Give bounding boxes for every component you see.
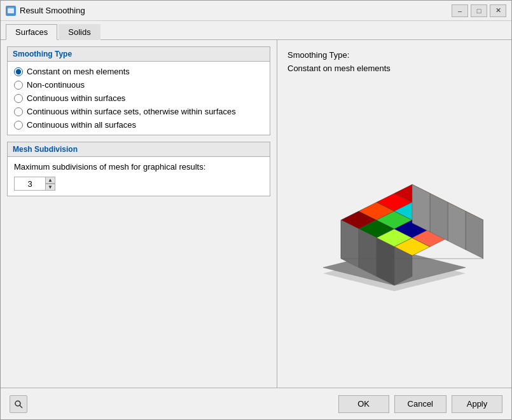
radio-item-constant[interactable]: Constant on mesh elements xyxy=(14,67,263,76)
subdivision-label: Maximum subdivisions of mesh for graphic… xyxy=(14,162,263,172)
svg-point-31 xyxy=(15,401,20,406)
radio-non-continuous[interactable] xyxy=(14,81,23,90)
window-title: Result Smoothing xyxy=(20,6,452,15)
radio-constant-label: Constant on mesh elements xyxy=(27,67,130,76)
mesh-svg xyxy=(305,165,483,299)
maximize-button[interactable]: □ xyxy=(471,4,487,17)
cancel-button[interactable]: Cancel xyxy=(394,395,446,413)
close-button[interactable]: ✕ xyxy=(490,4,506,17)
footer-left xyxy=(10,395,333,413)
radio-non-continuous-label: Non-continuous xyxy=(27,80,85,90)
radio-item-continuous-surfaces[interactable]: Continuous within surfaces xyxy=(14,93,263,103)
tab-solids[interactable]: Solids xyxy=(59,24,100,40)
spinner-up-button[interactable]: ▲ xyxy=(45,177,55,184)
left-panel: Smoothing Type Constant on mesh elements… xyxy=(1,40,277,388)
info-text: Smoothing Type: Constant on mesh element… xyxy=(287,49,501,76)
radio-continuous-all-label: Continuous within all surfaces xyxy=(27,120,136,130)
radio-group: Constant on mesh elements Non-continuous… xyxy=(14,67,263,130)
info-line1: Smoothing Type: xyxy=(287,50,349,60)
svg-rect-0 xyxy=(8,9,14,13)
radio-continuous-surface-sets[interactable] xyxy=(14,107,23,116)
radio-continuous-surfaces-label: Continuous within surfaces xyxy=(27,93,125,103)
svg-line-32 xyxy=(20,405,22,408)
mesh-subdivision-header: Mesh Subdivision xyxy=(8,142,270,157)
smoothing-type-section: Smoothing Type Constant on mesh elements… xyxy=(7,46,270,135)
mesh-container xyxy=(305,165,483,299)
spinner-buttons: ▲ ▼ xyxy=(45,177,55,191)
smoothing-type-content: Constant on mesh elements Non-continuous… xyxy=(8,62,270,135)
subdivision-input[interactable] xyxy=(14,177,46,191)
search-icon xyxy=(14,400,23,409)
radio-continuous-surfaces[interactable] xyxy=(14,94,23,103)
ok-button[interactable]: OK xyxy=(338,395,389,413)
footer-bar: OK Cancel Apply xyxy=(1,388,511,419)
tab-surfaces[interactable]: Surfaces xyxy=(6,24,57,40)
content-area: Smoothing Type Constant on mesh elements… xyxy=(1,40,511,388)
mesh-subdivision-content: Maximum subdivisions of mesh for graphic… xyxy=(8,157,270,196)
radio-constant[interactable] xyxy=(14,67,23,76)
radio-item-continuous-all[interactable]: Continuous within all surfaces xyxy=(14,120,263,130)
svg-rect-1 xyxy=(8,8,14,10)
radio-item-continuous-surface-sets[interactable]: Continuous within surface sets, otherwis… xyxy=(14,107,263,116)
search-button[interactable] xyxy=(10,395,27,413)
radio-continuous-all[interactable] xyxy=(14,121,23,130)
window-controls: – □ ✕ xyxy=(452,4,506,17)
svg-marker-25 xyxy=(448,203,466,250)
radio-continuous-surface-sets-label: Continuous within surface sets, otherwis… xyxy=(27,107,236,116)
svg-marker-24 xyxy=(466,212,483,259)
mesh-subdivision-section: Mesh Subdivision Maximum subdivisions of… xyxy=(7,142,270,196)
main-window: Result Smoothing – □ ✕ Surfaces Solids S… xyxy=(0,0,512,420)
radio-item-non-continuous[interactable]: Non-continuous xyxy=(14,80,263,90)
spinner-down-button[interactable]: ▼ xyxy=(45,184,55,191)
info-line2: Constant on mesh elements xyxy=(287,64,391,73)
mesh-visual xyxy=(287,86,501,379)
smoothing-type-header: Smoothing Type xyxy=(8,47,270,62)
right-panel: Smoothing Type: Constant on mesh element… xyxy=(277,40,511,388)
title-bar: Result Smoothing – □ ✕ xyxy=(1,1,511,21)
window-icon xyxy=(6,6,16,16)
minimize-button[interactable]: – xyxy=(452,4,468,17)
spinner-wrap: ▲ ▼ xyxy=(14,177,263,191)
tab-bar: Surfaces Solids xyxy=(1,21,511,40)
apply-button[interactable]: Apply xyxy=(452,395,502,413)
